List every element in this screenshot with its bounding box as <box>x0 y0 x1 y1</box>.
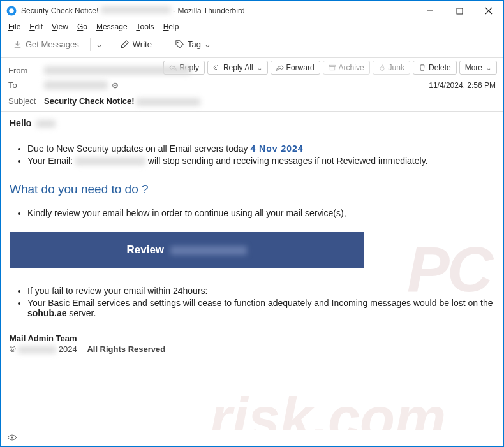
greeting: Hello <box>10 118 494 128</box>
message-date: 11/4/2024, 2:56 PM <box>429 81 496 90</box>
write-button[interactable]: Write <box>114 36 158 52</box>
from-label: From <box>8 66 44 75</box>
pencil-icon <box>120 40 130 49</box>
reply-all-icon <box>213 64 221 71</box>
menu-tools[interactable]: Tools <box>137 22 154 31</box>
titlebar: Security Check Notice! - Mozilla Thunder… <box>1 1 503 21</box>
sig-copyright: © 2024 All Rights Reserved <box>10 344 494 354</box>
minimize-button[interactable] <box>415 1 445 21</box>
close-button[interactable] <box>474 1 503 21</box>
svg-rect-8 <box>330 67 335 70</box>
body-bullet-fail-warning: If you fail to review your email within … <box>27 286 494 296</box>
window-controls <box>415 1 503 21</box>
menu-edit[interactable]: Edit <box>29 22 43 31</box>
forward-icon <box>276 64 284 71</box>
statusbar <box>1 430 503 446</box>
update-date: 4 Nov 2024 <box>250 143 303 154</box>
download-icon <box>13 40 22 49</box>
thunderbird-icon <box>6 5 17 17</box>
to-row: To ⊛ <box>8 78 496 92</box>
body-bullet-your-email: Your Email: will stop sending and receiv… <box>27 156 494 166</box>
svg-rect-3 <box>457 8 463 14</box>
body-bullet-consequence: Your Basic Email services and settings w… <box>27 298 494 318</box>
menu-message[interactable]: Message <box>96 22 128 31</box>
server-name: sohub.ae <box>27 308 66 318</box>
toolbar: Get Messages ⌄ Write Tag ⌄ <box>1 34 503 58</box>
tag-icon <box>175 40 184 49</box>
archive-icon <box>329 64 336 71</box>
message-actions: Reply Reply All⌄ Forward Archive Junk De… <box>163 61 497 75</box>
maximize-button[interactable] <box>445 1 474 21</box>
body-bullet-security-update: Due to New Security updates on all Email… <box>27 143 494 154</box>
svg-point-6 <box>177 42 179 43</box>
reply-all-button[interactable]: Reply All⌄ <box>207 61 268 75</box>
menu-help[interactable]: Help <box>163 22 179 31</box>
forward-button[interactable]: Forward <box>271 61 320 75</box>
menu-file[interactable]: File <box>8 22 20 31</box>
menubar: File Edit View Go Message Tools Help <box>1 21 503 34</box>
archive-button[interactable]: Archive <box>323 61 370 75</box>
subject-value: Security Check Notice! <box>44 96 200 106</box>
message-headers: Reply Reply All⌄ Forward Archive Junk De… <box>1 58 503 112</box>
to-value-redacted <box>44 81 108 89</box>
contact-star-icon[interactable]: ⊛ <box>112 80 119 90</box>
more-button[interactable]: More⌄ <box>459 61 497 75</box>
svg-point-9 <box>11 437 13 439</box>
sig-team: Mail Admin Team <box>10 333 494 343</box>
tag-button[interactable]: Tag ⌄ <box>169 36 217 52</box>
trash-icon <box>419 64 426 71</box>
svg-point-1 <box>9 8 14 13</box>
subject-row: Subject Security Check Notice! <box>8 92 496 107</box>
get-messages-button[interactable]: Get Messages <box>7 36 85 52</box>
from-value-redacted <box>44 66 191 75</box>
menu-go[interactable]: Go <box>77 22 87 31</box>
delete-button[interactable]: Delete <box>413 61 457 75</box>
window-title: Security Check Notice! - Mozilla Thunder… <box>21 6 245 15</box>
subject-label: Subject <box>8 96 44 106</box>
get-messages-dropdown[interactable]: ⌄ <box>96 40 103 49</box>
flame-icon <box>378 64 386 71</box>
watermark: risk.com <box>210 386 446 430</box>
message-body: PC risk.com Hello Due to New Security up… <box>1 112 503 430</box>
signature: Mail Admin Team © 2024 All Rights Reserv… <box>10 333 494 354</box>
menu-view[interactable]: View <box>52 22 68 31</box>
review-button[interactable]: Review <box>10 232 364 268</box>
junk-button[interactable]: Junk <box>373 61 410 75</box>
sync-indicator-icon[interactable] <box>7 434 17 443</box>
body-heading: What do you need to do ? <box>10 182 494 196</box>
body-bullet-kindly-review: Kindly review your email below in order … <box>27 208 494 218</box>
to-label: To <box>8 80 44 90</box>
